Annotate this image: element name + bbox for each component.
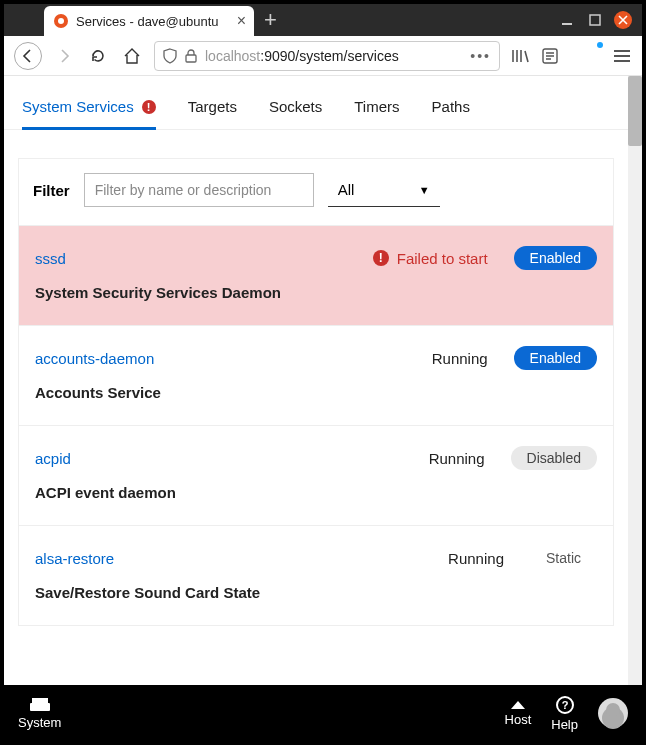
url-bar[interactable]: localhost:9090/system/services ••• — [154, 41, 500, 71]
close-window-button[interactable] — [614, 11, 632, 29]
page-actions-icon[interactable]: ••• — [470, 48, 491, 64]
minimize-button[interactable] — [558, 11, 576, 29]
tab-paths[interactable]: Paths — [432, 98, 470, 129]
maximize-button[interactable] — [586, 11, 604, 29]
tab-label: Timers — [354, 98, 399, 115]
service-status: Running — [429, 450, 511, 467]
service-status: Running — [448, 550, 530, 567]
svg-text:?: ? — [561, 699, 568, 711]
filter-row: Filter All ▼ — [19, 159, 613, 225]
service-name[interactable]: accounts-daemon — [35, 350, 432, 367]
new-tab-button[interactable]: + — [254, 7, 287, 33]
app-window: Services - dave@ubuntu × + — [0, 0, 646, 745]
tab-label: Sockets — [269, 98, 322, 115]
tab-timers[interactable]: Timers — [354, 98, 399, 129]
browser-titlebar: Services - dave@ubuntu × + — [4, 4, 642, 36]
url-host: localhost — [205, 48, 260, 64]
tab-label: Paths — [432, 98, 470, 115]
services-list: sssd!Failed to startEnabledSystem Securi… — [19, 225, 613, 625]
tab-targets[interactable]: Targets — [188, 98, 237, 129]
filter-input[interactable] — [84, 173, 314, 207]
startup-badge: Disabled — [511, 446, 597, 470]
service-status-text: Running — [429, 450, 485, 467]
service-status: Running — [432, 350, 514, 367]
service-description: Accounts Service — [35, 384, 597, 401]
menu-button[interactable] — [612, 50, 632, 62]
reader-icon[interactable] — [540, 48, 560, 64]
startup-badge: Enabled — [514, 246, 597, 270]
svg-rect-1 — [590, 15, 600, 25]
alert-icon: ! — [142, 100, 156, 114]
caret-down-icon: ▼ — [419, 184, 430, 196]
service-row-alsa-restore[interactable]: alsa-restoreRunningStaticSave/Restore So… — [19, 525, 613, 625]
svg-rect-0 — [562, 23, 572, 25]
svg-rect-6 — [30, 703, 50, 711]
account-icon[interactable] — [570, 43, 602, 69]
scrollbar-thumb[interactable] — [628, 76, 642, 146]
reload-button[interactable] — [86, 44, 110, 68]
svg-rect-7 — [32, 698, 48, 703]
page-content: System Services!TargetsSocketsTimersPath… — [4, 76, 642, 685]
bottom-system-label: System — [18, 715, 61, 730]
close-tab-icon[interactable]: × — [237, 12, 246, 30]
url-text: localhost:9090/system/services — [205, 48, 399, 64]
tab-label: Targets — [188, 98, 237, 115]
bottom-help-button[interactable]: ? Help — [551, 695, 578, 732]
shield-icon — [163, 48, 177, 64]
tab-label: System Services — [22, 98, 134, 115]
service-status-text: Running — [448, 550, 504, 567]
bottom-bar: System Host ? Help — [4, 685, 642, 741]
forward-button[interactable] — [52, 44, 76, 68]
library-icon[interactable] — [510, 48, 530, 64]
ubuntu-favicon-icon — [54, 14, 68, 28]
help-icon: ? — [555, 695, 575, 715]
service-status-text: Failed to start — [397, 250, 488, 267]
service-name[interactable]: acpid — [35, 450, 429, 467]
service-row-accounts-daemon[interactable]: accounts-daemonRunningEnabledAccounts Se… — [19, 325, 613, 425]
bottom-help-label: Help — [551, 717, 578, 732]
bottom-host-label: Host — [505, 712, 532, 727]
user-avatar[interactable] — [598, 698, 628, 728]
browser-tabstrip: Services - dave@ubuntu × + — [4, 4, 287, 36]
svg-rect-2 — [186, 55, 196, 62]
filter-label: Filter — [33, 182, 70, 199]
error-icon: ! — [373, 250, 389, 266]
tab-system-services[interactable]: System Services! — [22, 98, 156, 130]
service-description: System Security Services Daemon — [35, 284, 597, 301]
url-path: :9090/system/services — [260, 48, 399, 64]
browser-toolbar: localhost:9090/system/services ••• — [4, 36, 642, 76]
startup-badge: Static — [530, 546, 597, 570]
service-row-sssd[interactable]: sssd!Failed to startEnabledSystem Securi… — [19, 225, 613, 325]
service-description: Save/Restore Sound Card State — [35, 584, 597, 601]
lock-icon — [185, 49, 197, 63]
service-type-tabs: System Services!TargetsSocketsTimersPath… — [4, 76, 628, 130]
bottom-host-button[interactable]: Host — [505, 700, 532, 727]
chevron-up-icon — [510, 700, 526, 710]
startup-badge: Enabled — [514, 346, 597, 370]
services-panel: Filter All ▼ sssd!Failed to startEnabled… — [18, 158, 614, 626]
hamburger-icon — [614, 50, 630, 62]
home-button[interactable] — [120, 44, 144, 68]
service-row-acpid[interactable]: acpidRunningDisabledACPI event daemon — [19, 425, 613, 525]
service-name[interactable]: sssd — [35, 250, 373, 267]
browser-tab-active[interactable]: Services - dave@ubuntu × — [44, 6, 254, 36]
window-controls — [558, 11, 642, 29]
filter-select-value: All — [338, 181, 355, 198]
scrollbar-track[interactable] — [628, 76, 642, 685]
browser-tab-title: Services - dave@ubuntu — [76, 14, 229, 29]
service-description: ACPI event daemon — [35, 484, 597, 501]
back-button[interactable] — [14, 42, 42, 70]
tab-sockets[interactable]: Sockets — [269, 98, 322, 129]
drive-icon — [29, 697, 51, 713]
bottom-system-button[interactable]: System — [18, 697, 61, 730]
service-status-text: Running — [432, 350, 488, 367]
filter-select[interactable]: All ▼ — [328, 173, 440, 207]
service-name[interactable]: alsa-restore — [35, 550, 448, 567]
service-status: !Failed to start — [373, 250, 514, 267]
